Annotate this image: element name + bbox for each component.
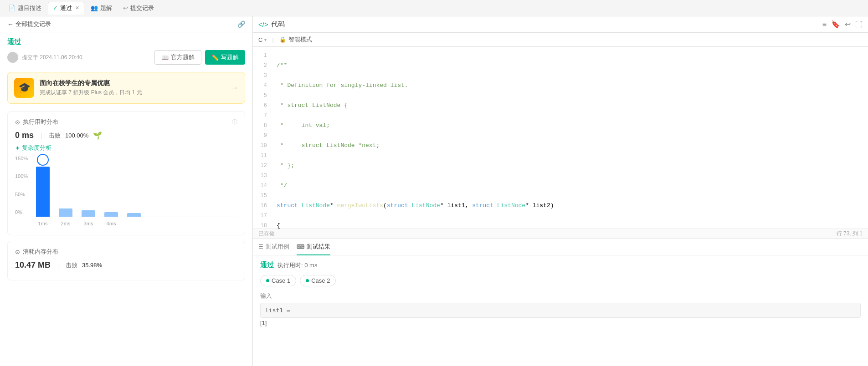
chart-y-labels: 150% 100% 50% 0%	[15, 156, 32, 215]
case-tab-1[interactable]: Case 1	[260, 275, 296, 286]
y-label-100: 100%	[15, 173, 32, 179]
submit-meta: 提交于 2024.11.06 20:40 📖 官方题解 ✏️ 写题解	[7, 50, 245, 65]
code-status-bar: 已存储 行 73, 列 1	[253, 229, 868, 239]
time-value: 0 ms	[15, 131, 34, 140]
memory-beat-label: 击败	[66, 261, 77, 269]
x-label-2ms: 2ms	[59, 221, 72, 226]
tab-submit-label: 提交记录	[130, 4, 154, 12]
left-panel: ← 全部提交记录 🔗 通过 提交于 2024.11.06 20:40 📖 官方题…	[0, 16, 253, 366]
tab-submit-icon: ↩	[123, 5, 128, 11]
tab-pass-close[interactable]: ✕	[75, 5, 79, 11]
promo-subtitle: 完成认证享 7 折升级 Plus 会员，日均 1 元	[40, 89, 226, 97]
info-icon[interactable]: ⓘ	[232, 118, 237, 126]
bar-group-3	[82, 210, 95, 217]
x-label-1ms: 1ms	[36, 221, 50, 226]
code-header: </> 代码 ≡ 🔖 ↩ ⛶	[253, 16, 868, 33]
promo-title: 面向在校学生的专属优惠	[40, 79, 226, 87]
bar-1	[36, 167, 50, 217]
code-content: /** * Definition for singly-linked list.…	[271, 47, 868, 229]
write-solution-button[interactable]: ✏️ 写题解	[205, 50, 245, 65]
result-pass-label: 通过	[260, 261, 274, 269]
status-pos: 行 73, 列 1	[837, 230, 863, 238]
back-label: 全部提交记录	[15, 20, 51, 28]
submit-time: 提交于 2024.11.06 20:40	[22, 54, 82, 61]
code-title: </> 代码	[258, 20, 285, 29]
back-button[interactable]: ← 全部提交记录	[7, 20, 51, 28]
language-selector[interactable]: C ▾	[258, 36, 267, 43]
status-saved: 已存储	[258, 230, 275, 238]
bar-3	[82, 210, 95, 217]
tab-bar: 📄 题目描述 ✓ 通过 ✕ 👥 题解 ↩ 提交记录	[0, 0, 868, 16]
bottom-tabs: ☰ 测试用例 ⌨ 测试结果	[253, 239, 868, 255]
pass-badge: 通过	[7, 38, 245, 46]
tab-solution-icon: 👥	[91, 5, 98, 11]
avatar	[7, 52, 18, 63]
tab-solution[interactable]: 👥 题解	[86, 2, 117, 15]
code-editor-wrapper: 12345 678910 1112131415 1617181920 21 /*…	[253, 47, 868, 239]
left-header: ← 全部提交记录 🔗	[0, 16, 252, 32]
tab-pass[interactable]: ✓ 通过 ✕	[48, 2, 84, 15]
bar-group-1	[36, 154, 50, 217]
tab-testresult[interactable]: ⌨ 测试结果	[297, 239, 330, 255]
book-icon: 📖	[161, 54, 169, 61]
line-8: struct ListNode* mergeTwoLists(struct Li…	[277, 201, 863, 211]
case-tabs: Case 1 Case 2	[260, 275, 861, 286]
case-tab-2[interactable]: Case 2	[300, 275, 336, 286]
promo-arrow-icon: →	[231, 84, 238, 92]
code-lines: 12345 678910 1112131415 1617181920 21 /*…	[253, 47, 868, 229]
code-bracket-icon: </>	[258, 20, 268, 28]
promo-card[interactable]: 🎓 面向在校学生的专属优惠 完成认证享 7 折升级 Plus 会员，日均 1 元…	[7, 72, 245, 104]
tab-desc-label: 题目描述	[18, 4, 41, 12]
smart-mode: 🔒 智能模式	[279, 36, 312, 44]
memory-beat-value: 35.98%	[82, 262, 102, 269]
bookmark-icon[interactable]: 🔖	[831, 20, 840, 29]
undo-icon[interactable]: ↩	[845, 20, 851, 29]
input-section: 输入 list1 = [1]	[260, 292, 861, 326]
main-area: ← 全部提交记录 🔗 通过 提交于 2024.11.06 20:40 📖 官方题…	[0, 16, 868, 366]
left-content: 通过 提交于 2024.11.06 20:40 📖 官方题解 ✏️ 写题解	[0, 32, 252, 366]
code-header-actions: ≡ 🔖 ↩ ⛶	[822, 20, 863, 29]
fullscreen-icon[interactable]: ⛶	[855, 20, 863, 29]
bar-5	[127, 213, 141, 217]
memory-section-title: ⊙ 消耗内存分布	[15, 248, 237, 256]
link-icon[interactable]: 🔗	[237, 20, 245, 28]
result-time: 执行用时: 0 ms	[277, 261, 317, 269]
bottom-content: 通过 执行用时: 0 ms Case 1 Case 2 输入	[253, 255, 868, 366]
official-solution-button[interactable]: 📖 官方题解	[154, 50, 201, 65]
tab-submit[interactable]: ↩ 提交记录	[118, 2, 159, 15]
line-2: * Definition for singly-linked list.	[277, 81, 863, 91]
promo-icon: 🎓	[14, 78, 34, 98]
right-panel: </> 代码 ≡ 🔖 ↩ ⛶ C ▾ | 🔒 智能模式	[253, 16, 868, 366]
line-7: */	[277, 181, 863, 191]
bar-4	[104, 212, 118, 217]
tab-testcase[interactable]: ☰ 测试用例	[258, 239, 289, 255]
tab-pass-label: 通过	[60, 4, 72, 12]
chart-bubble	[37, 154, 49, 166]
clock-icon: ⊙	[15, 119, 20, 126]
complexity-link[interactable]: ✦ 复杂度分析	[15, 144, 237, 152]
menu-icon[interactable]: ≡	[822, 20, 827, 29]
testcase-icon: ☰	[258, 244, 263, 250]
tab-desc-icon: 📄	[8, 5, 15, 11]
chart-bars-container	[32, 156, 237, 217]
tab-desc[interactable]: 📄 题目描述	[4, 2, 46, 15]
line-5: * struct ListNode *next;	[277, 141, 863, 151]
y-label-50: 50%	[15, 192, 32, 197]
y-label-150: 150%	[15, 156, 32, 161]
pencil-icon: ✏️	[211, 54, 219, 61]
line-9: {	[277, 221, 863, 229]
input-field1-value: [1]	[260, 320, 861, 326]
code-editor[interactable]: 12345 678910 1112131415 1617181920 21 /*…	[253, 47, 868, 229]
line-3: * struct ListNode {	[277, 101, 863, 111]
x-label-3ms: 3ms	[82, 221, 95, 226]
line-numbers: 12345 678910 1112131415 1617181920 21	[253, 47, 271, 229]
time-beat-label: 击败	[49, 132, 61, 140]
terminal-icon: ⌨	[297, 244, 304, 250]
bar-group-2	[59, 208, 72, 217]
line-6: * };	[277, 161, 863, 171]
lock-icon: 🔒	[279, 36, 286, 43]
chevron-down-icon: ▾	[264, 37, 267, 42]
back-arrow-icon: ←	[7, 20, 14, 28]
smart-mode-label: 智能模式	[288, 36, 312, 44]
promo-text: 面向在校学生的专属优惠 完成认证享 7 折升级 Plus 会员，日均 1 元	[40, 79, 226, 97]
